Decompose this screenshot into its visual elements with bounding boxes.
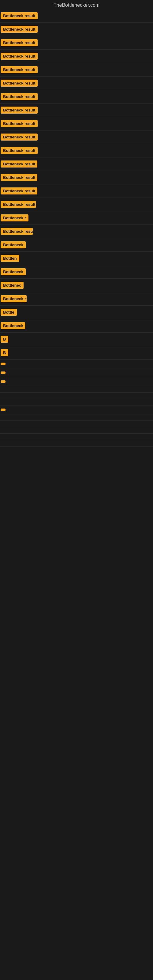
bottleneck-badge[interactable]: Bottlenec	[1, 282, 24, 289]
bottleneck-row	[0, 393, 153, 399]
bottleneck-row: Bottleneck	[0, 265, 153, 279]
bottleneck-badge[interactable]: Bottleneck	[1, 241, 26, 248]
bottleneck-badge[interactable]	[1, 363, 5, 365]
bottleneck-row: Bottleneck result	[0, 9, 153, 23]
bottleneck-badge[interactable]: B	[1, 349, 8, 356]
bottleneck-row	[0, 406, 153, 414]
bottleneck-row	[0, 414, 153, 421]
bottleneck-row: Bottleneck result	[0, 90, 153, 103]
bottleneck-badge[interactable]: Bottleneck result	[1, 120, 38, 127]
bottleneck-badge[interactable]: Bottleneck result	[1, 147, 38, 154]
bottleneck-row: B	[0, 332, 153, 346]
bottleneck-badge[interactable]: Bottleneck	[1, 322, 25, 329]
bottleneck-row: Bottleneck result	[0, 103, 153, 117]
bottleneck-badge[interactable]: Bottleneck r	[1, 295, 27, 302]
bottleneck-badge[interactable]: Bottle	[1, 309, 17, 316]
bottleneck-row: Bottlen	[0, 252, 153, 265]
bottleneck-badge[interactable]: Bottleneck result	[1, 174, 37, 181]
bottleneck-badge[interactable]: Bottleneck result	[1, 134, 38, 140]
bottleneck-badge[interactable]: Bottleneck result	[1, 161, 37, 167]
page-container: TheBottlenecker.com Bottleneck resultBot…	[0, 0, 153, 447]
bottleneck-row: Bottleneck r	[0, 292, 153, 305]
bottleneck-row: Bottleneck	[0, 319, 153, 332]
bottleneck-row	[0, 440, 153, 447]
bottleneck-row: Bottleneck r	[0, 211, 153, 225]
bottleneck-badge[interactable]: Bottleneck result	[1, 26, 38, 33]
bottleneck-badge[interactable]	[1, 380, 5, 383]
bottleneck-badge[interactable]: Bottleneck result	[1, 66, 38, 73]
bottleneck-row: Bottleneck result	[0, 171, 153, 185]
bottleneck-row: Bottleneck	[0, 238, 153, 252]
bottleneck-badge[interactable]: Bottleneck result	[1, 93, 38, 100]
bottleneck-row	[0, 434, 153, 440]
bottleneck-row: Bottleneck resu	[0, 225, 153, 238]
bottleneck-badge[interactable]	[1, 371, 5, 374]
bottleneck-row: Bottleneck result	[0, 36, 153, 49]
bottleneck-row	[0, 386, 153, 393]
site-title: TheBottlenecker.com	[0, 0, 153, 9]
bottleneck-badge[interactable]: Bottleneck resu	[1, 228, 33, 235]
bottleneck-row: Bottleneck result	[0, 76, 153, 90]
bottleneck-badge[interactable]: Bottleneck result	[1, 12, 38, 19]
bottleneck-row: B	[0, 346, 153, 360]
bottleneck-badge[interactable]: Bottleneck result	[1, 107, 38, 114]
bottleneck-row	[0, 427, 153, 434]
bottleneck-badge[interactable]: Bottleneck result	[1, 188, 37, 194]
bottleneck-row: Bo	[0, 399, 153, 406]
bottleneck-badge[interactable]: Bottleneck result	[1, 39, 38, 46]
bottleneck-badge[interactable]	[1, 409, 5, 411]
bottleneck-row: Bottleneck result	[0, 130, 153, 144]
bottleneck-row: Bottleneck result	[0, 185, 153, 198]
bottleneck-badge[interactable]: Bottlen	[1, 255, 19, 262]
bottleneck-badge[interactable]: B	[1, 336, 8, 343]
bottleneck-row	[0, 368, 153, 377]
bottleneck-badge[interactable]: Bottleneck result	[1, 80, 38, 87]
bottleneck-row: Bottleneck r	[0, 421, 153, 427]
bottleneck-row	[0, 377, 153, 386]
bottleneck-row: Bottleneck result	[0, 117, 153, 130]
bottleneck-row: Bottle	[0, 305, 153, 319]
bottleneck-row: Bottleneck result	[0, 158, 153, 171]
bottleneck-row: Bottleneck result	[0, 49, 153, 63]
bottleneck-row: Bottleneck result	[0, 144, 153, 158]
bottleneck-badge[interactable]: Bottleneck	[1, 268, 26, 275]
bottleneck-badge[interactable]: Bottleneck result	[1, 201, 36, 208]
bottleneck-row: Bottleneck result	[0, 63, 153, 76]
rows-container: Bottleneck resultBottleneck resultBottle…	[0, 9, 153, 447]
bottleneck-row	[0, 360, 153, 368]
bottleneck-row: Bottleneck result	[0, 23, 153, 36]
bottleneck-badge[interactable]: Bottleneck result	[1, 52, 38, 60]
bottleneck-row: Bottleneck result	[0, 198, 153, 211]
bottleneck-badge[interactable]: Bottleneck r	[1, 215, 29, 221]
bottleneck-row: Bottlenec	[0, 279, 153, 292]
